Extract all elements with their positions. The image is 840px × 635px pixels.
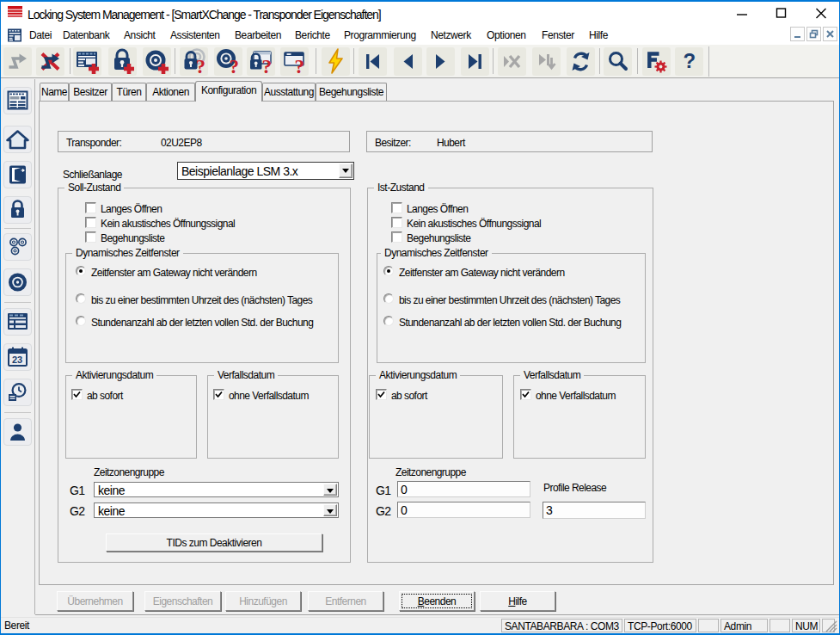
- svg-text:?: ?: [230, 56, 239, 76]
- svg-text:?: ?: [684, 49, 696, 72]
- svg-text:?: ?: [262, 56, 272, 76]
- svg-text:?: ?: [196, 56, 205, 76]
- svg-text:23: 23: [12, 354, 22, 365]
- svg-text:?: ?: [295, 56, 304, 76]
